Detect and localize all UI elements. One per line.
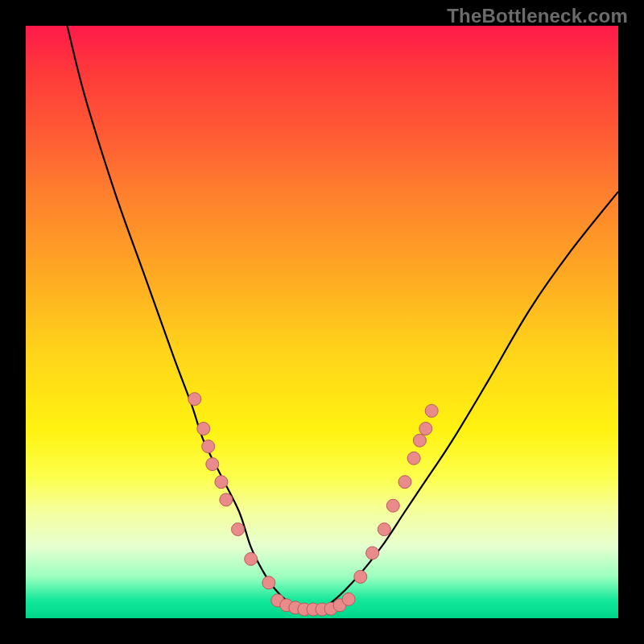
watermark-text: TheBottleneck.com — [447, 5, 628, 27]
data-point — [407, 452, 420, 464]
data-point — [398, 476, 411, 489]
data-point — [206, 458, 219, 471]
data-point — [342, 592, 355, 605]
data-point — [232, 523, 245, 536]
chart-svg — [26, 26, 618, 618]
data-point — [419, 423, 432, 436]
data-point — [425, 404, 438, 417]
data-points — [188, 393, 438, 616]
data-point — [188, 393, 201, 406]
chart-frame: TheBottleneck.com — [0, 0, 644, 644]
data-point — [220, 493, 233, 506]
data-point — [202, 440, 215, 453]
data-point — [354, 571, 367, 584]
data-point — [245, 552, 258, 565]
data-point — [413, 434, 426, 447]
curve-layer — [68, 26, 619, 607]
data-point — [197, 423, 210, 436]
data-point — [215, 476, 228, 489]
data-point — [366, 547, 379, 559]
data-point — [378, 523, 390, 536]
data-point — [262, 576, 275, 589]
bottleneck-curve — [68, 26, 619, 607]
plot-area — [26, 26, 618, 618]
data-point — [386, 499, 399, 512]
